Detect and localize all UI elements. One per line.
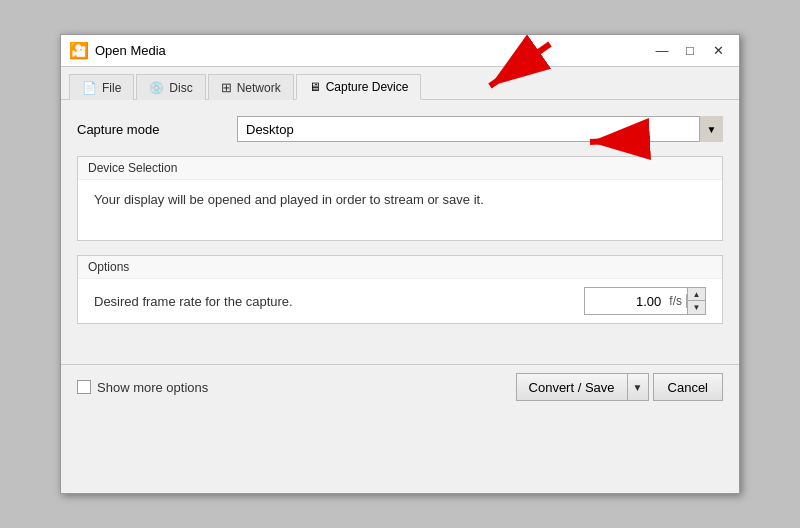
show-more-checkbox[interactable] — [77, 380, 91, 394]
frame-rate-increment-button[interactable]: ▲ — [687, 288, 705, 301]
frame-rate-spinner: f/s ▲ ▼ — [584, 287, 706, 315]
options-group: Options Desired frame rate for the captu… — [77, 255, 723, 324]
cancel-button[interactable]: Cancel — [653, 373, 723, 401]
tab-disc-label: Disc — [169, 81, 192, 95]
device-selection-description: Your display will be opened and played i… — [94, 192, 484, 207]
device-selection-content: Your display will be opened and played i… — [78, 180, 722, 240]
disc-icon: 💿 — [149, 81, 164, 95]
close-button[interactable]: ✕ — [705, 41, 731, 61]
maximize-button[interactable]: □ — [677, 41, 703, 61]
minimize-button[interactable]: — — [649, 41, 675, 61]
frame-rate-unit: f/s — [665, 294, 687, 308]
tab-capture-label: Capture Device — [326, 80, 409, 94]
capture-mode-select[interactable]: Desktop DirectShow TV - analog TV - digi… — [237, 116, 723, 142]
file-icon: 📄 — [82, 81, 97, 95]
options-title: Options — [78, 256, 722, 279]
frame-rate-row: Desired frame rate for the capture. f/s … — [78, 279, 722, 323]
capture-mode-row: Capture mode Desktop DirectShow TV - ana… — [77, 116, 723, 142]
tab-disc[interactable]: 💿 Disc — [136, 74, 205, 100]
frame-rate-input[interactable] — [585, 288, 665, 314]
window-title: Open Media — [95, 43, 166, 58]
title-bar: 🎦 Open Media — □ ✕ — [61, 35, 739, 67]
open-media-dialog: 🎦 Open Media — □ ✕ 📄 File 💿 Disc ⊞ Netwo… — [60, 34, 740, 494]
capture-mode-label: Capture mode — [77, 122, 237, 137]
frame-rate-decrement-button[interactable]: ▼ — [687, 301, 705, 314]
tab-file-label: File — [102, 81, 121, 95]
device-selection-group: Device Selection Your display will be op… — [77, 156, 723, 241]
convert-save-button[interactable]: Convert / Save — [516, 373, 627, 401]
capture-mode-select-wrapper: Desktop DirectShow TV - analog TV - digi… — [237, 116, 723, 142]
bottom-bar: Show more options Convert / Save ▼ Cance… — [61, 364, 739, 409]
bottom-action-buttons: Convert / Save ▼ Cancel — [516, 373, 723, 401]
tab-network-label: Network — [237, 81, 281, 95]
show-more-options: Show more options — [77, 380, 516, 395]
network-icon: ⊞ — [221, 80, 232, 95]
tab-capture-device[interactable]: 🖥 Capture Device — [296, 74, 422, 100]
vlc-app-icon: 🎦 — [69, 41, 89, 60]
device-selection-title: Device Selection — [78, 157, 722, 180]
tab-bar: 📄 File 💿 Disc ⊞ Network 🖥 Capture Device — [61, 67, 739, 100]
show-more-label: Show more options — [97, 380, 208, 395]
dialog-content: Capture mode Desktop DirectShow TV - ana… — [61, 100, 739, 354]
capture-icon: 🖥 — [309, 80, 321, 94]
convert-save-dropdown-button[interactable]: ▼ — [627, 373, 649, 401]
tab-network[interactable]: ⊞ Network — [208, 74, 294, 100]
tab-file[interactable]: 📄 File — [69, 74, 134, 100]
frame-rate-label: Desired frame rate for the capture. — [94, 294, 584, 309]
